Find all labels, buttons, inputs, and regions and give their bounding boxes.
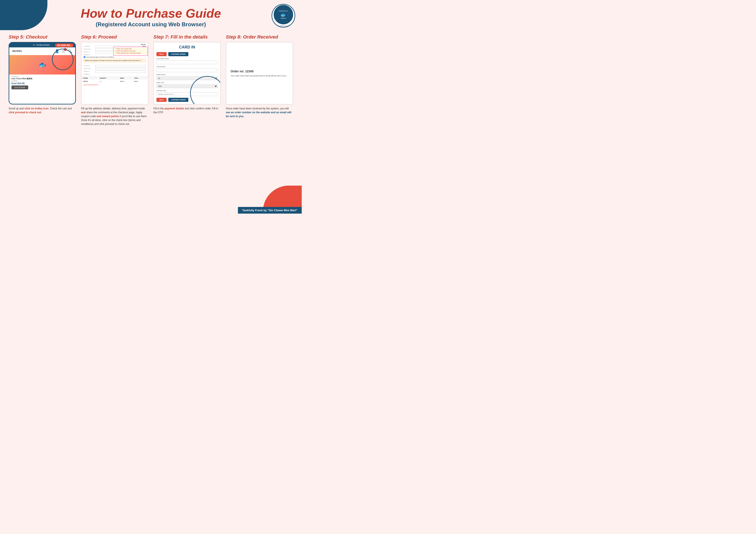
back-button-bottom[interactable]: Back xyxy=(156,98,167,102)
page-subtitle: (Registered Account using Web Browser) xyxy=(9,21,293,28)
product-name: mon Trout Fillet 鲑鱼肉 xyxy=(12,77,73,80)
logo-inner: TANKFULLY 🐟 FRESH xyxy=(274,5,293,24)
step8-heading: Step 8: Order Received xyxy=(226,34,293,40)
step6-heading-main: Proceed xyxy=(98,34,117,39)
product-weight: (g-350g) xyxy=(12,80,73,82)
order-table-head: P NAME QUANTITY PRICE TOTAL xyxy=(82,77,148,79)
step5-description: Scroll up and click on trolley icon. Che… xyxy=(9,107,76,114)
cell-total: $20.00 xyxy=(133,80,148,83)
coupon-item-1: ✦ Enter your coupon here: xyxy=(115,48,146,50)
logo-brand-bottom: FRESH xyxy=(281,18,286,19)
phone-header: ✉ info@tankfullyfr... +65 8298 402... xyxy=(9,43,75,47)
form-row-country2: Singapore xyxy=(84,73,146,75)
postal-label: Postal Code xyxy=(84,48,94,51)
card-holder-field: Card Holder Name xyxy=(156,58,218,64)
step8-heading-prefix: Step 8: xyxy=(226,34,243,39)
terms-text: I have read and agree to the Terms & Con… xyxy=(86,56,115,58)
out-of-stock-button[interactable]: Out of Stock xyxy=(12,86,28,89)
step7-column: Step 7: Fill in the details CARD IN Back… xyxy=(153,34,221,126)
cell-qty: x 1 xyxy=(99,80,119,83)
confirm-order-button-bottom[interactable]: CONFIRM ORDER xyxy=(168,98,188,102)
form-section-2: Last Name Postal Code Address 2 Singapor… xyxy=(81,64,148,76)
search-icon: 🔍 xyxy=(68,49,72,53)
card-btn-row-top: Back CONFIRM ORDER xyxy=(156,52,218,56)
country-label: Singapore xyxy=(84,54,94,55)
step5-phone-mockup: ✉ info@tankfullyfr... +65 8298 402... RE… xyxy=(9,42,76,104)
product-category: h Seafood xyxy=(12,76,73,77)
step8-column: Step 8: Order Received Order no: 12345 Y… xyxy=(226,34,293,126)
col-qty: QUANTITY xyxy=(99,77,119,79)
lastname2-label: Last Name xyxy=(84,65,94,67)
add-comments: Add Comments About Y... xyxy=(81,84,148,86)
col-total: TOTAL xyxy=(133,77,148,79)
step8-heading-main: Order Received xyxy=(243,34,278,39)
footer-text: Tankfully Fresh by "Sin Chwee Mini Mart" xyxy=(242,209,297,212)
order-message: Your order have been processed and an em… xyxy=(230,75,288,77)
phone-nav: RECIPES 👤 🛒 2 🔍 xyxy=(9,47,75,55)
expire-month-label: Expire Month xyxy=(156,74,218,75)
phone-number-badge: +65 8298 402... xyxy=(55,43,73,47)
phone-nav-label: RECIPES xyxy=(12,50,22,52)
form-row-address2: Address 2 xyxy=(84,71,146,73)
cell-price: $20.00 xyxy=(119,80,133,83)
address2-label: Address 2 xyxy=(84,71,94,73)
address1-label: Address 1 xyxy=(84,51,94,53)
step8-description: Once order have been received by the sys… xyxy=(226,107,293,118)
card-number-field: Card Number xyxy=(156,66,218,72)
step6-heading-prefix: Step 6: xyxy=(81,34,98,39)
step5-column: Step 5: Checkout ✉ info@tankfullyfr... +… xyxy=(9,34,76,126)
cart-count-badge: 2 xyxy=(64,48,67,51)
logo-container: TANKFULLY 🐟 FRESH ESTABLISHED SINCE 1990 xyxy=(272,4,295,28)
confirm-order-button-top[interactable]: CONFIRM ORDER xyxy=(168,52,188,56)
terms-checkbox[interactable] xyxy=(84,56,85,58)
terms-row: I have read and agree to the Terms & Con… xyxy=(84,56,146,58)
address2-input[interactable] xyxy=(95,71,146,73)
coupon-box: ✦ Enter your coupon here: ✦ Enter your g… xyxy=(113,47,148,56)
step5-heading-main: Checkout xyxy=(26,34,47,39)
card-circle-highlight xyxy=(190,76,221,104)
logo-circle: TANKFULLY 🐟 FRESH ESTABLISHED SINCE 1990 xyxy=(272,4,295,28)
coupon-item-2: ✦ Enter your gift card code here: xyxy=(115,50,146,52)
step7-card-mockup: CARD IN Back CONFIRM ORDER Card Holder N… xyxy=(153,42,221,104)
step6-checkout-mockup: ✦ Enter your coupon here: ✦ Enter your g… xyxy=(81,42,148,104)
logo-fish-icon: 🐟 xyxy=(280,12,286,18)
country2-label: Singapore xyxy=(84,73,94,75)
product-image: 🐟 xyxy=(9,55,75,74)
notice-box: Attention to all customers: your orders … xyxy=(84,59,146,62)
cell-name: 市场鱼肉 xyxy=(82,80,98,83)
footer-bar: Tankfully Fresh by "Sin Chwee Mini Mart" xyxy=(238,207,302,214)
step7-heading-main: Fill in the details xyxy=(171,34,207,39)
col-name: P NAME xyxy=(82,77,98,79)
step6-description: Fill up the address details, delivery ti… xyxy=(81,107,148,126)
col-price: PRICE xyxy=(119,77,133,79)
step5-heading: Step 5: Checkout xyxy=(9,34,76,40)
card-holder-input[interactable] xyxy=(156,61,218,64)
lastname-label: Last Name xyxy=(84,46,94,48)
product-info: h Seafood mon Trout Fillet 鲑鱼肉 (g-350g) … xyxy=(9,74,75,91)
postal2-label: Postal Code xyxy=(84,68,94,70)
page-title: How to Purchase Guide xyxy=(9,7,293,20)
form-row-postal2: Postal Code xyxy=(84,68,146,70)
logo-established: ESTABLISHED SINCE 1990 xyxy=(274,25,293,27)
coupon-item-3: ✦ Enter pearly coins to use (Max 90 pts)… xyxy=(115,52,146,54)
steps-grid: Step 5: Checkout ✉ info@tankfullyfr... +… xyxy=(9,34,293,126)
step6-column: Step 6: Proceed ✦ Enter your coupon here… xyxy=(81,34,148,126)
product-price: from $14.00 xyxy=(12,82,73,85)
card-number-input[interactable] xyxy=(156,68,218,72)
order-table: P NAME QUANTITY PRICE TOTAL 市场鱼肉 x 1 $20… xyxy=(81,76,148,84)
user-icon: 👤 xyxy=(55,49,59,53)
step6-heading: Step 6: Proceed xyxy=(81,34,148,40)
step7-heading: Step 7: Fill in the details xyxy=(153,34,221,40)
order-number: Order no: 12345 xyxy=(230,69,288,73)
step7-heading-prefix: Step 7: xyxy=(153,34,171,39)
back-button-top[interactable]: Back xyxy=(156,52,167,56)
step5-heading-prefix: Step 5: xyxy=(9,34,26,39)
lastname2-input[interactable] xyxy=(95,65,146,67)
table-row: 市场鱼肉 x 1 $20.00 $20.00 xyxy=(82,80,148,83)
phone-email-icon: ✉ xyxy=(33,44,35,46)
step7-description: Fill in the payment details and click co… xyxy=(153,107,221,114)
card-number-label: Card Number xyxy=(156,66,218,67)
step8-order-mockup: Order no: 12345 Your order have been pro… xyxy=(226,42,293,104)
phone-nav-icons: 👤 🛒 2 🔍 xyxy=(55,49,72,53)
postal2-input[interactable] xyxy=(95,68,146,70)
